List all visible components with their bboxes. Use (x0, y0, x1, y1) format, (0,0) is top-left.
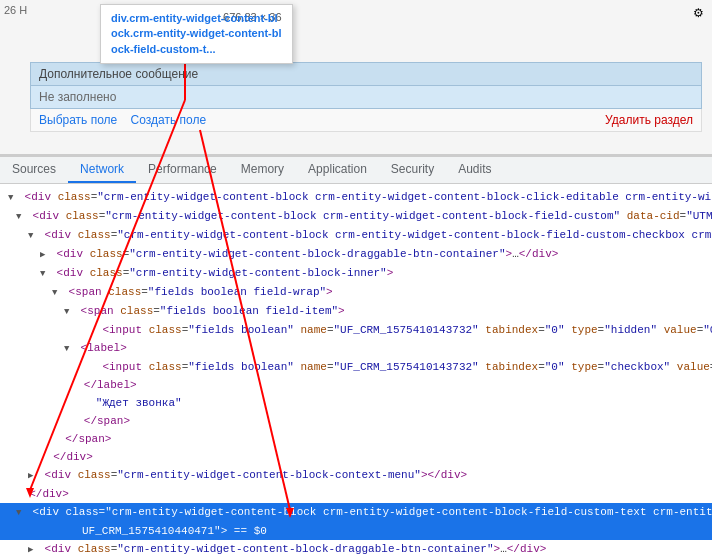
code-line-2: <div class="crm-entity-widget-content-bl… (0, 207, 712, 226)
code-line-4: <div class="crm-entity-widget-content-bl… (0, 245, 712, 264)
code-line-5: <div class="crm-entity-widget-content-bl… (0, 264, 712, 283)
code-line-13: </span> (0, 412, 712, 430)
tab-audits[interactable]: Audits (446, 157, 503, 183)
devtools-tabs: Sources Network Performance Memory Appli… (0, 157, 712, 184)
section-field-text: Не заполнено (39, 90, 116, 104)
code-line-8: <input class="fields boolean" name="UF_C… (0, 321, 712, 339)
code-line-14: </span> (0, 430, 712, 448)
code-line-15: </div> (0, 448, 712, 466)
tooltip-title-2: ock.crm-entity-widget-content-bl (111, 26, 282, 41)
tab-security[interactable]: Security (379, 157, 446, 183)
code-line-1: <div class="crm-entity-widget-content-bl… (0, 188, 712, 207)
tab-network[interactable]: Network (68, 157, 136, 183)
tab-application[interactable]: Application (296, 157, 379, 183)
code-line-9: <label> (0, 339, 712, 358)
element-tooltip: 676.83 × 36 div.crm-entity-widget-conten… (100, 4, 293, 64)
gear-icon[interactable]: ⚙ (693, 6, 704, 20)
devtools-code: <div class="crm-entity-widget-content-bl… (0, 184, 712, 554)
tab-sources[interactable]: Sources (0, 157, 68, 183)
tooltip-title-3: ock-field-custom-t... (111, 42, 282, 57)
code-line-12: "Ждет звонка" (0, 394, 712, 412)
section-field: Не заполнено (30, 86, 702, 109)
code-line-7: <span class="fields boolean field-item"> (0, 302, 712, 321)
code-line-11: </label> (0, 376, 712, 394)
code-line-3: <div class="crm-entity-widget-content-bl… (0, 226, 712, 245)
delete-section-link[interactable]: Удалить раздел (605, 113, 693, 127)
section-header-text: Дополнительное сообщение (39, 67, 198, 81)
code-line-16: <div class="crm-entity-widget-content-bl… (0, 466, 712, 485)
section-header: Дополнительное сообщение (30, 62, 702, 86)
code-line-17: </div> (0, 485, 712, 503)
code-line-19: <div class="crm-entity-widget-content-bl… (0, 540, 712, 554)
select-field-link[interactable]: Выбрать поле (39, 113, 117, 127)
create-field-link[interactable]: Создать поле (131, 113, 207, 127)
tab-memory[interactable]: Memory (229, 157, 296, 183)
section-actions: Выбрать поле Создать поле Удалить раздел (30, 109, 702, 132)
tab-performance[interactable]: Performance (136, 157, 229, 183)
code-line-10: <input class="fields boolean" name="UF_C… (0, 358, 712, 376)
crm-item-number: 26 H (4, 4, 27, 16)
code-line-6: <span class="fields boolean field-wrap"> (0, 283, 712, 302)
tooltip-title-1: div.crm-entity-widget-content-bl (111, 11, 282, 26)
code-line-highlighted[interactable]: <div class="crm-entity-widget-content-bl… (0, 503, 712, 540)
